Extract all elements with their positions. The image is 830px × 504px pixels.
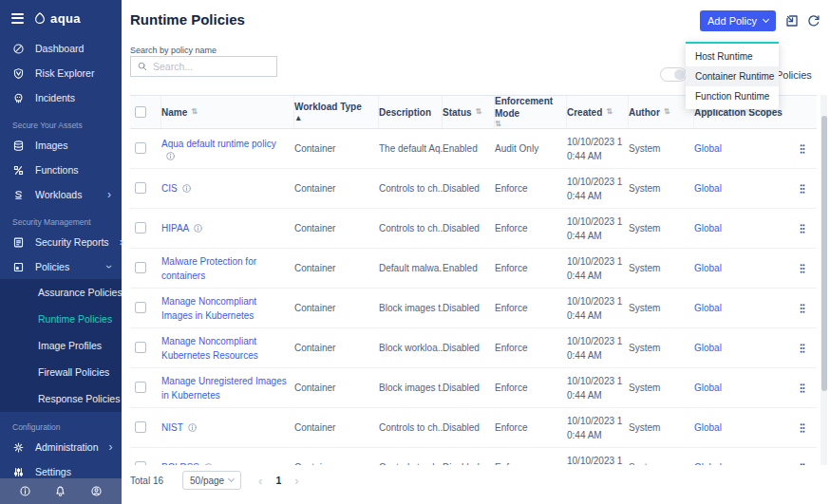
row-checkbox[interactable] bbox=[135, 302, 146, 313]
row-actions-icon[interactable] bbox=[796, 222, 809, 235]
column-header-description[interactable]: Description bbox=[379, 96, 443, 128]
application-scope-link[interactable]: Global bbox=[694, 422, 722, 433]
main-content: Runtime Policies Add Policy Deprecated P… bbox=[122, 0, 830, 504]
author: System bbox=[629, 422, 694, 433]
policy-name-link[interactable]: Manage Unregistered Images in Kubernetes bbox=[161, 376, 287, 401]
sidebar-item-administration[interactable]: Administration › bbox=[0, 435, 122, 459]
column-header-status[interactable]: Status ⇅ bbox=[443, 96, 495, 128]
application-scope-link[interactable]: Global bbox=[694, 383, 722, 393]
table-body: Aqua default runtime policy Container Th… bbox=[130, 129, 817, 465]
row-checkbox[interactable] bbox=[135, 461, 146, 466]
table-row: Malware Protection for containers Contai… bbox=[130, 249, 817, 289]
sidebar-item-assurance-policies[interactable]: Assurance Policies bbox=[0, 279, 122, 306]
table-row: NIST Container Controls to ch... Disable… bbox=[130, 408, 817, 448]
workload-type: Container bbox=[294, 223, 379, 233]
sidebar-item-policies[interactable]: Policies › bbox=[0, 254, 122, 279]
row-actions-icon[interactable] bbox=[796, 262, 809, 275]
row-checkbox[interactable] bbox=[135, 262, 146, 273]
sidebar-item-label: Image Profiles bbox=[38, 341, 102, 351]
sidebar-item-images[interactable]: Images bbox=[0, 133, 122, 158]
sidebar-item-image-profiles[interactable]: Image Profiles bbox=[0, 332, 122, 359]
policy-name-link[interactable]: Aqua default runtime policy bbox=[161, 139, 276, 149]
row-actions-icon[interactable] bbox=[796, 421, 809, 435]
column-header-workload-type[interactable]: Workload Type ▲ bbox=[294, 96, 379, 128]
created-date: 10/10/2023 10:44 AM bbox=[567, 294, 629, 323]
export-icon[interactable] bbox=[784, 13, 800, 28]
row-checkbox[interactable] bbox=[135, 222, 146, 233]
row-actions-icon[interactable] bbox=[796, 182, 809, 196]
next-page-button[interactable]: › bbox=[294, 475, 298, 487]
dropdown-item[interactable]: Function Runtime bbox=[686, 86, 779, 106]
sidebar-item-label: Settings bbox=[35, 467, 71, 477]
search-input[interactable] bbox=[153, 61, 271, 72]
sidebar-item-label: Images bbox=[35, 140, 67, 151]
deprecated-policies-toggle[interactable] bbox=[660, 67, 687, 82]
select-all-checkbox[interactable] bbox=[135, 106, 146, 118]
policy-name-link[interactable]: HIPAA bbox=[161, 223, 189, 233]
table-row: Aqua default runtime policy Container Th… bbox=[130, 129, 817, 169]
column-header-created[interactable]: Created ⇅ bbox=[567, 96, 629, 128]
incidents-icon bbox=[12, 92, 25, 104]
row-checkbox[interactable] bbox=[135, 342, 146, 353]
sidebar-item-workloads[interactable]: Workloads › bbox=[0, 182, 122, 207]
row-checkbox[interactable] bbox=[135, 142, 146, 154]
scrollbar-track[interactable] bbox=[821, 95, 827, 465]
row-actions-icon[interactable] bbox=[796, 382, 809, 395]
policy-name-link[interactable]: PCI DSS bbox=[161, 462, 199, 465]
row-actions-icon[interactable] bbox=[796, 461, 809, 466]
sidebar-item-firewall-policies[interactable]: Firewall Policies bbox=[0, 359, 122, 385]
search-icon bbox=[137, 61, 148, 72]
row-actions-icon[interactable] bbox=[796, 302, 809, 315]
sidebar-item-functions[interactable]: Functions bbox=[0, 158, 122, 182]
application-scope-link[interactable]: Global bbox=[694, 303, 722, 313]
column-header-name[interactable]: Name ⇅ bbox=[161, 96, 294, 128]
row-checkbox[interactable] bbox=[135, 382, 146, 393]
enforcement-mode: Enforce bbox=[495, 183, 567, 194]
sidebar-item-label: Security Management bbox=[12, 218, 91, 227]
sidebar-item-security-reports[interactable]: Security Reports › bbox=[0, 230, 122, 254]
sidebar-item-incidents[interactable]: Incidents bbox=[0, 85, 122, 110]
info-icon bbox=[181, 183, 192, 194]
created-date: 10/10/2023 10:44 AM bbox=[567, 175, 629, 203]
table-row: PCI DSS Container Controls to ch... Disa… bbox=[130, 448, 817, 465]
bell-icon[interactable] bbox=[54, 485, 66, 497]
scrollbar-thumb[interactable] bbox=[821, 116, 827, 391]
policy-name-link[interactable]: Manage Noncompliant Kubernetes Resources bbox=[161, 336, 258, 361]
row-actions-icon[interactable] bbox=[796, 142, 809, 156]
enforcement-mode: Enforce bbox=[495, 343, 567, 353]
column-header-author[interactable]: Author ⇅ bbox=[629, 96, 694, 128]
policy-description: Block images t... bbox=[379, 383, 443, 393]
row-actions-icon[interactable] bbox=[796, 342, 809, 355]
dropdown-item[interactable]: Host Runtime bbox=[686, 47, 779, 66]
application-scope-link[interactable]: Global bbox=[694, 223, 722, 233]
sidebar-item-runtime-policies[interactable]: Runtime Policies bbox=[0, 306, 122, 332]
application-scope-link[interactable]: Global bbox=[694, 462, 722, 465]
application-scope-link[interactable]: Global bbox=[694, 343, 722, 353]
application-scope-link[interactable]: Global bbox=[694, 183, 722, 194]
policy-name-link[interactable]: Malware Protection for containers bbox=[161, 256, 256, 281]
sidebar-item-risk-explorer[interactable]: Risk Explorer bbox=[0, 61, 122, 85]
page-size-select[interactable]: 50/page bbox=[182, 471, 241, 490]
menu-icon[interactable] bbox=[11, 13, 24, 24]
policy-name-link[interactable]: NIST bbox=[161, 422, 183, 433]
add-policy-button[interactable]: Add Policy bbox=[700, 10, 776, 31]
row-checkbox[interactable] bbox=[135, 421, 146, 433]
info-icon[interactable] bbox=[19, 485, 31, 497]
application-scope-link[interactable]: Global bbox=[694, 143, 722, 154]
refresh-icon[interactable] bbox=[806, 13, 821, 28]
sidebar-item-dashboard[interactable]: Dashboard bbox=[0, 36, 122, 61]
security-reports-icon bbox=[12, 236, 25, 249]
prev-page-button[interactable]: ‹ bbox=[258, 475, 262, 487]
workload-type: Container bbox=[294, 422, 379, 433]
policy-name-link[interactable]: Manage Noncompliant Images in Kubernetes bbox=[161, 296, 256, 321]
current-page[interactable]: 1 bbox=[275, 475, 281, 486]
sidebar-item-response-policies[interactable]: Response Policies bbox=[0, 385, 122, 412]
policy-name-link[interactable]: CIS bbox=[161, 183, 178, 194]
row-checkbox[interactable] bbox=[135, 182, 146, 194]
column-header-enforcement-mode[interactable]: Enforcement Mode ⇅ bbox=[495, 96, 567, 128]
author: System bbox=[629, 263, 694, 273]
user-icon[interactable] bbox=[90, 485, 103, 497]
application-scope-link[interactable]: Global bbox=[694, 263, 722, 273]
dropdown-item[interactable]: Container Runtime bbox=[686, 66, 779, 86]
sort-icon: ⇅ bbox=[476, 107, 482, 117]
